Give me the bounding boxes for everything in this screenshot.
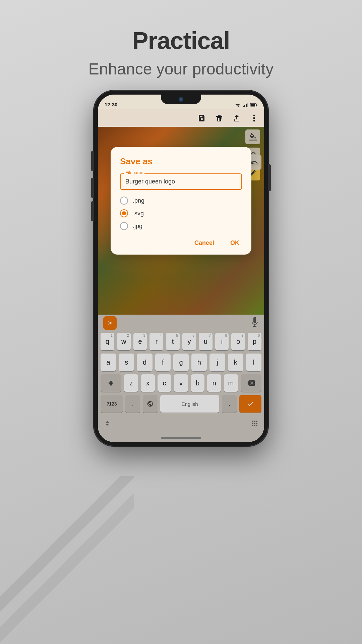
signal-icon	[243, 103, 248, 107]
save-dialog-overlay: Save as Filename .png .svg	[98, 127, 264, 442]
svg-rect-2	[246, 104, 247, 107]
format-png-option[interactable]: .png	[120, 197, 242, 205]
svg-rect-3	[247, 103, 248, 107]
dialog-actions: Cancel OK	[120, 238, 242, 248]
svg-point-7	[253, 115, 255, 116]
filename-label: Filename	[124, 170, 144, 175]
filename-input[interactable]	[120, 173, 242, 190]
format-jpg-option[interactable]: .jpg	[120, 222, 242, 230]
format-svg-option[interactable]: .svg	[120, 209, 242, 217]
front-camera	[179, 98, 183, 101]
phone-mockup: 12:30	[94, 91, 268, 446]
delete-button[interactable]	[215, 113, 224, 123]
phone-notch	[161, 95, 201, 104]
cancel-button[interactable]: Cancel	[192, 238, 217, 248]
ok-button[interactable]: OK	[228, 238, 242, 248]
svg-rect-5	[251, 104, 255, 106]
battery-icon	[250, 103, 257, 107]
format-png-radio[interactable]	[120, 197, 128, 205]
status-time: 12:30	[105, 102, 117, 107]
more-button[interactable]	[249, 113, 259, 123]
share-button[interactable]	[232, 113, 241, 123]
format-jpg-radio[interactable]	[120, 222, 128, 230]
filename-field-wrapper: Filename	[120, 173, 242, 190]
format-jpg-label: .jpg	[133, 223, 142, 230]
status-icons	[235, 103, 257, 107]
svg-rect-6	[256, 104, 257, 106]
format-svg-label: .svg	[133, 210, 144, 217]
save-dialog: Save as Filename .png .svg	[111, 147, 251, 255]
svg-rect-0	[243, 106, 244, 107]
page-subtitle: Enhance your productivity	[0, 60, 362, 78]
app-toolbar	[98, 109, 264, 127]
dialog-title: Save as	[120, 156, 242, 167]
svg-point-9	[253, 120, 255, 122]
page-title: Practical	[0, 27, 362, 54]
save-button[interactable]	[197, 113, 206, 123]
format-radio-group: .png .svg .jpg	[120, 197, 242, 230]
svg-rect-1	[244, 105, 245, 107]
wifi-icon	[235, 103, 241, 107]
svg-point-8	[253, 117, 255, 119]
format-png-label: .png	[133, 197, 144, 204]
format-svg-radio[interactable]	[120, 209, 128, 217]
